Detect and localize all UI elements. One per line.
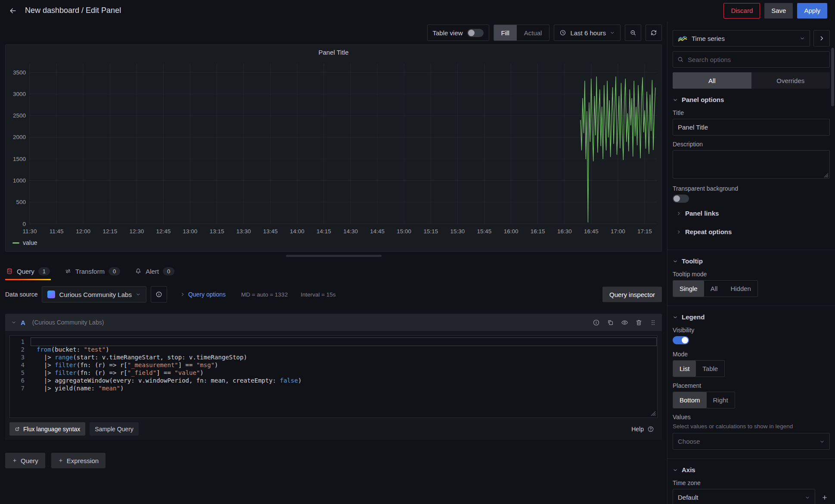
visualization-picker[interactable]: Time series: [673, 30, 810, 46]
query-datasource-hint: (Curious Community Labs): [32, 319, 104, 326]
svg-text:2000: 2000: [13, 134, 26, 140]
query-body: 1234567 from(bucket: "test") |> range(st…: [5, 331, 662, 440]
datasource-label: Data source: [5, 291, 37, 298]
influxdb-logo-icon: [47, 291, 55, 298]
help-label: Help: [631, 426, 644, 433]
arrow-left-icon: [9, 6, 17, 15]
resize-grip-icon: [651, 411, 656, 416]
legend-visibility-label: Visibility: [673, 327, 830, 334]
timezone-select[interactable]: Default: [673, 489, 815, 504]
query-options-toggle[interactable]: Query options: [177, 291, 228, 298]
repeat-options-section[interactable]: Repeat options: [673, 223, 830, 241]
add-expression-button[interactable]: Expression: [51, 453, 106, 468]
tooltip-header[interactable]: Tooltip: [673, 250, 830, 266]
zoom-out-button[interactable]: [625, 25, 641, 41]
svg-text:3000: 3000: [13, 91, 26, 97]
datasource-help-button[interactable]: [151, 286, 167, 303]
editor-resize-grip[interactable]: [651, 411, 656, 416]
legend-values-select[interactable]: Choose: [673, 433, 830, 450]
add-query-button[interactable]: Query: [5, 453, 45, 468]
back-button[interactable]: [8, 6, 18, 16]
svg-text:14:00: 14:00: [290, 228, 304, 235]
panel-title-input[interactable]: [673, 119, 830, 136]
time-range-picker[interactable]: Last 6 hours: [554, 25, 621, 41]
drag-query-icon[interactable]: [649, 319, 657, 326]
panel-description-input[interactable]: [673, 150, 830, 179]
legend-values-label: Values: [673, 414, 830, 421]
refresh-button[interactable]: [646, 25, 662, 41]
search-options-input[interactable]: [673, 51, 830, 68]
query-actions: [593, 319, 657, 326]
chevron-right-icon: [676, 229, 681, 235]
info-circle-icon: [155, 291, 162, 298]
legend-placement-bottom[interactable]: Bottom: [673, 392, 707, 408]
legend-header[interactable]: Legend: [673, 306, 830, 322]
tooltip-mode-group: Single All Hidden: [673, 280, 758, 297]
bottom-actions: Query Expression: [5, 453, 662, 468]
section-title: Panel options: [682, 96, 724, 103]
chevron-down-icon: [610, 30, 615, 35]
textarea-resize-grip-icon[interactable]: [824, 173, 829, 178]
legend-mode-list[interactable]: List: [673, 361, 696, 377]
svg-text:14:45: 14:45: [370, 228, 385, 235]
svg-text:14:15: 14:15: [317, 228, 331, 235]
repeat-options-label: Repeat options: [685, 228, 732, 235]
panel-options-header[interactable]: Panel options: [673, 89, 830, 104]
actual-option[interactable]: Actual: [517, 25, 549, 40]
axis-header[interactable]: Axis: [673, 459, 830, 474]
panel-links-section[interactable]: Panel links: [673, 204, 830, 223]
apply-button[interactable]: Apply: [797, 3, 827, 19]
tab-transform[interactable]: Transform 0: [64, 262, 121, 280]
filter-overrides[interactable]: Overrides: [751, 72, 830, 89]
query-help-icon[interactable]: [593, 319, 600, 326]
svg-text:13:30: 13:30: [236, 228, 251, 235]
table-view-switch[interactable]: [467, 29, 484, 37]
question-circle-icon: [647, 426, 654, 433]
discard-button[interactable]: Discard: [723, 3, 760, 19]
panel-resize-handle[interactable]: [286, 255, 382, 257]
legend-mode-table[interactable]: Table: [696, 361, 724, 377]
close-options-pane-button[interactable]: [813, 30, 830, 46]
legend-visibility-switch[interactable]: [673, 336, 689, 344]
sample-query-button[interactable]: Sample Query: [90, 422, 138, 436]
query-header[interactable]: A (Curious Community Labs): [5, 314, 662, 331]
fill-actual-group: Fill Actual: [494, 25, 550, 41]
tooltip-mode-all[interactable]: All: [704, 281, 724, 297]
sidebar-scrollbar-thumb[interactable]: [831, 48, 834, 106]
flux-code-editor[interactable]: 1234567 from(bucket: "test") |> range(st…: [9, 335, 658, 418]
query-inspector-button[interactable]: Query inspector: [602, 287, 662, 302]
title-label: Title: [673, 109, 830, 116]
section-tooltip: Tooltip Tooltip mode Single All Hidden: [673, 250, 830, 297]
top-bar: New dashboard / Edit Panel Discard Save …: [0, 0, 835, 21]
svg-text:16:45: 16:45: [584, 228, 599, 235]
help-button[interactable]: Help: [628, 426, 658, 433]
table-view-label: Table view: [433, 29, 463, 37]
duplicate-query-icon[interactable]: [607, 319, 614, 326]
collapse-query-button[interactable]: [10, 319, 17, 326]
tooltip-mode-label: Tooltip mode: [673, 271, 830, 278]
chart-legend[interactable]: value: [6, 238, 661, 246]
legend-placement-right[interactable]: Right: [707, 392, 735, 408]
fill-option[interactable]: Fill: [494, 25, 517, 40]
tab-query[interactable]: Query 1: [5, 262, 51, 280]
hide-query-icon[interactable]: [621, 319, 628, 326]
add-timezone-button[interactable]: [819, 492, 830, 503]
flux-syntax-button[interactable]: Flux language syntax: [9, 422, 85, 436]
legend-values-description: Select values or calculations to show in…: [673, 423, 830, 430]
delete-query-icon[interactable]: [635, 319, 643, 326]
save-button[interactable]: Save: [764, 3, 793, 19]
time-series-chart[interactable]: 050010001500200025003000350011:3011:4512…: [7, 58, 660, 238]
datasource-picker[interactable]: Curious Community Labs: [42, 286, 146, 303]
tooltip-mode-single[interactable]: Single: [673, 281, 704, 297]
tooltip-mode-hidden[interactable]: Hidden: [724, 281, 757, 297]
transform-count-badge: 0: [109, 267, 120, 275]
filter-all[interactable]: All: [673, 72, 751, 89]
code-area[interactable]: from(bucket: "test") |> range(start: v.t…: [31, 336, 657, 417]
query-editor-card: A (Curious Community Labs) 1234567 from(…: [5, 314, 662, 440]
transparent-background-switch[interactable]: [673, 195, 689, 203]
svg-text:17:00: 17:00: [611, 228, 625, 235]
svg-text:14:30: 14:30: [343, 228, 358, 235]
svg-text:12:00: 12:00: [76, 228, 90, 235]
tab-alert[interactable]: Alert 0: [134, 262, 175, 280]
time-range-label: Last 6 hours: [570, 29, 606, 37]
